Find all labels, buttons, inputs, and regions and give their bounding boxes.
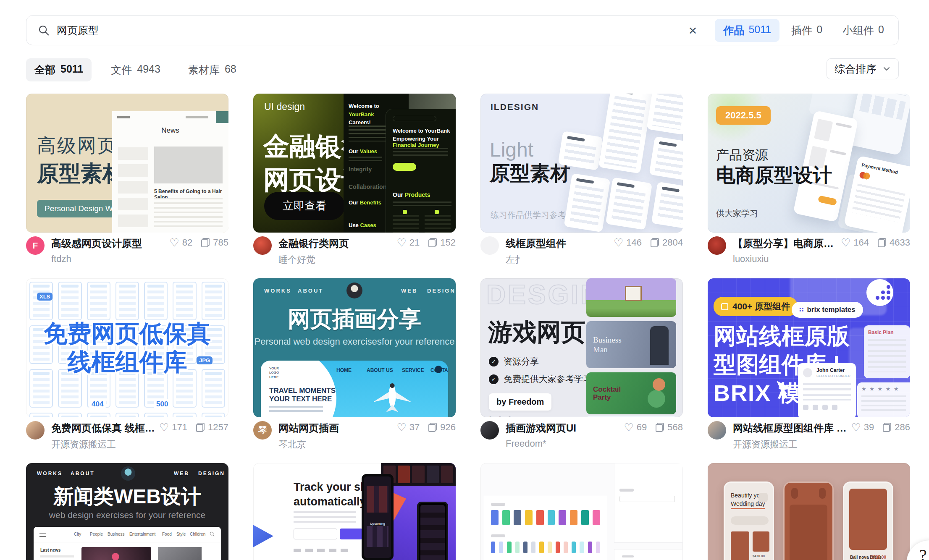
card-thumbnail[interactable]: Payment Method 2022.5.5 产品资源 电商原型设计 供大家学… [708,94,910,233]
mock-text: Products [405,191,430,198]
avatar[interactable] [480,421,499,440]
card-author[interactable]: Freedom* [506,438,619,449]
card-thumbnail[interactable]: WORKS ABOUT WEB DESIGN 新闻类WEB设计 web desi… [26,463,228,560]
card-title[interactable]: 金融银行类网页 [278,237,392,250]
mock-heading: Empowering Your Financial Journey [393,136,456,148]
mock-nav-item: HOME [336,367,352,373]
card-author[interactable]: ftdzh [51,254,165,264]
website-mock: News 5 Benefits of Going to a Hair Salon [112,111,228,233]
chart-mock [614,549,683,560]
card-stats: ♡37 926 [396,421,456,433]
copies-count: 785 [213,237,228,248]
placeholder-bar [491,503,505,506]
filter-label: 全部 [34,63,55,77]
tab-works[interactable]: 作品 5011 [715,19,779,42]
card-author[interactable]: 左扌 [506,254,609,266]
card-thumbnail[interactable]: ILDESIGN Light 原型素材 练习作品供学习参考 [480,94,683,233]
card-author[interactable]: 开源资源搬运工 [733,438,847,451]
card-stats: ♡82 785 [169,236,228,248]
product-image-mock [790,505,827,560]
mock-section: Our Benefits [349,199,381,206]
card-author[interactable]: luoxiuxiu [733,254,837,264]
illustration-card [586,278,676,317]
clear-search-icon[interactable]: × [681,23,705,37]
card-title[interactable]: 网站线框原型图组件库 | BRIX 模板 [733,421,847,435]
card-title[interactable]: 插画游戏网页UI [506,421,619,435]
avatar[interactable]: 琴 [253,421,272,440]
mock-nav-item: WORKS [264,288,291,294]
card-title[interactable]: 高级感网页设计原型 [51,237,165,250]
mock-nav-item: ABOUT [298,288,323,294]
card-thumbnail[interactable]: DESGIN 游戏网页 ✓ 资源分享 ✓ 免费提供大家参考学习 by Freed… [480,278,683,417]
copies-stat: 568 [655,422,683,433]
card-thumbnail[interactable]: 高级网页设计 原型素材 Personal Design Works News 5… [26,94,228,233]
card-title[interactable]: 线框原型组件 [506,237,609,250]
card-title[interactable]: 免费网页低保真 线框组件库 [51,421,155,435]
thumb-heading-wrap: 免费网页低保真 线框组件库 [26,278,228,417]
tab-plugins[interactable]: 插件 0 [783,19,831,42]
divider [34,542,221,542]
sort-dropdown[interactable]: 综合排序 [827,58,899,79]
badge-label: 400+ 原型组件 [732,301,790,312]
color-swatch [525,510,533,525]
card-thumbnail[interactable]: XLS JPG 404 500 免费网页低保真 线框组件库 [26,278,228,417]
tab-widgets[interactable]: 小组件 0 [834,19,892,42]
card-title[interactable]: 网站网页插画 [278,421,392,435]
mock-text: Welcome to [349,103,379,109]
heart-icon: ♡ [159,423,169,432]
avatar[interactable]: F [26,236,45,255]
filter-count: 5011 [60,63,83,77]
mock-text: Benefits [360,199,381,206]
avatar[interactable] [708,421,726,440]
copies-stat: 4633 [877,237,910,248]
mock-name: John Carter [816,367,851,373]
mock-heading: Welcome to YourBank [393,128,450,134]
card-meta: 【原型分享】电商原型设计 luoxiuxiu [733,236,837,264]
likes-count: 37 [409,422,420,433]
illustration-caption: Cocktail Party [593,386,627,401]
mock-avatar [435,366,442,373]
avatar-letter: F [33,241,38,251]
filter-libraries[interactable]: 素材库 68 [180,58,245,81]
placeholder-lines [393,148,448,157]
copies-stat: 152 [428,237,456,248]
card-thumbnail[interactable]: Track your showsautomatically Upcoming B… [253,463,456,560]
image-placeholder [154,147,223,183]
card-thumbnail[interactable]: Beautify your Wedding day $470.00 $430.0… [708,463,910,560]
placeholder-bar [117,116,130,118]
filter-files[interactable]: 文件 4943 [102,58,169,81]
avatar[interactable] [26,421,45,440]
card-info: 琴 网站网页插画 琴北京 ♡37 926 [253,421,456,451]
card-author[interactable]: 睡个好觉 [278,254,392,266]
thumb-note: 供大家学习 [716,208,758,219]
filter-all[interactable]: 全部 5011 [26,58,92,81]
mock-nav-item: Entertainment [129,532,155,536]
card-thumbnail[interactable]: 400+ 原型组件 网站线框原版 型图组件库 | BRIX 模板 ∷brix t… [708,278,910,417]
card-thumbnail[interactable] [480,463,683,560]
mock-text: Values [360,148,377,154]
card-thumbnail[interactable]: UI design 金融银行 网页设计 立即查看 Welcome to Your… [253,94,456,233]
color-swatch [593,510,600,525]
avatar[interactable] [708,236,726,255]
result-card: ILDESIGN Light 原型素材 练习作品供学习参考 线框原型组件 左扌 … [480,94,683,266]
thumb-badge: 400+ 原型组件 [714,297,798,316]
card-thumbnail[interactable]: WORKS ABOUT WEB DESIGN 网页插画分享 Personal w… [253,278,456,417]
mastercard-icon [859,171,873,181]
swatch-row [491,510,600,525]
heart-icon: ♡ [396,238,406,247]
card-title[interactable]: 【原型分享】电商原型设计 [733,237,837,250]
mock-button [393,163,416,171]
card-author[interactable]: 开源资源搬运工 [51,438,155,451]
decor-chevron [253,523,273,550]
search-icon [209,531,215,539]
card-author[interactable]: 琴北京 [278,438,392,451]
avatar[interactable] [480,236,499,255]
likes-count: 146 [626,237,642,248]
color-swatch [559,510,566,525]
search-input[interactable] [57,24,681,37]
avatar[interactable] [253,236,272,255]
color-swatch [502,510,510,525]
color-swatch [556,542,560,553]
brix-logo [866,279,893,306]
wireframe-card [558,131,603,170]
